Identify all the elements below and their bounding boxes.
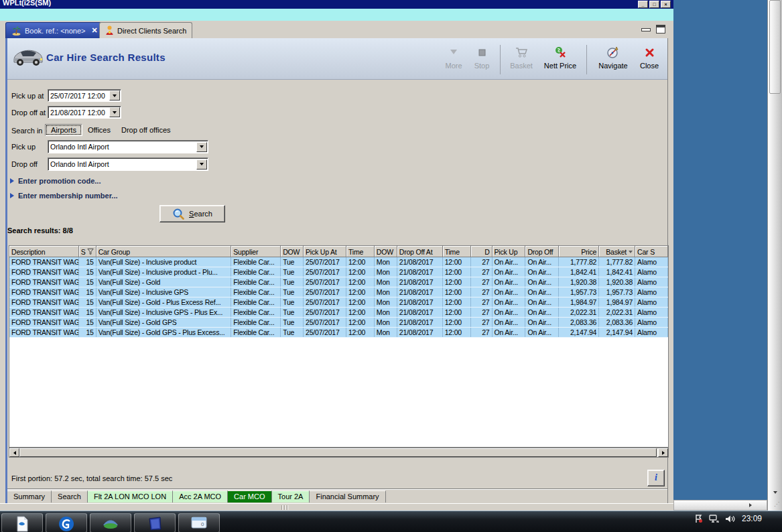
right-scrollbar[interactable]: ⋰ xyxy=(767,0,782,511)
mdi-restore-icon[interactable] xyxy=(656,25,665,34)
cell: 12:00 xyxy=(443,328,471,337)
cell: Van(Full Size) - Gold GPS - Plus Excess.… xyxy=(96,328,232,337)
cell: 12:00 xyxy=(443,318,471,327)
column-header-description[interactable]: Description xyxy=(9,246,79,257)
tab-booking-ref[interactable]: Book. ref.: <none> ✕ xyxy=(5,22,104,38)
bottom-tab-car-mco[interactable]: Car MCO xyxy=(228,490,271,503)
navigate-button[interactable]: Navigate xyxy=(592,42,634,70)
taskbar-button-g-app[interactable] xyxy=(46,513,87,532)
column-header-basket[interactable]: Basket xyxy=(599,246,635,257)
nett-price-icon xyxy=(553,45,567,60)
column-header-dow[interactable]: DOW xyxy=(281,246,304,257)
column-header-time[interactable]: Time xyxy=(443,246,471,257)
column-header-dow[interactable]: DOW xyxy=(375,246,397,257)
toolbar-separator xyxy=(586,45,587,74)
cell: 25/07/2017 xyxy=(304,277,346,287)
cell: On Air... xyxy=(493,287,526,297)
cell: Tue xyxy=(281,277,304,287)
bottom-tab-financial-summary[interactable]: Financial Summary xyxy=(310,490,385,503)
column-header-s[interactable]: S xyxy=(79,246,96,257)
bottom-tab-tour-2a[interactable]: Tour 2A xyxy=(272,490,310,503)
column-header-drop-off-at[interactable]: Drop Off At xyxy=(397,246,443,257)
table-row[interactable]: FORD TRANSIT WAG...15Van(Full Size) - Go… xyxy=(9,318,668,328)
table-row[interactable]: FORD TRANSIT WAG...15Van(Full Size) - Go… xyxy=(9,297,668,308)
search-in-option-offices[interactable]: Offices xyxy=(82,125,116,135)
search-button[interactable]: Search xyxy=(159,205,225,222)
scroll-left-icon[interactable] xyxy=(9,448,19,457)
taskbar-button-folder[interactable] xyxy=(134,513,176,532)
column-header-car-group[interactable]: Car Group xyxy=(96,246,232,257)
column-header-d[interactable]: D xyxy=(471,246,493,257)
minimize-icon[interactable]: _ xyxy=(638,1,648,8)
pickup-value: Orlando Intl Airport xyxy=(48,143,196,151)
column-header-pick-up[interactable]: Pick Up xyxy=(493,246,526,257)
pickup-dropdown-icon[interactable] xyxy=(196,142,207,152)
table-row[interactable]: FORD TRANSIT WAG...15Van(Full Size) - Go… xyxy=(9,328,668,338)
table-row[interactable]: FORD TRANSIT WAG...15Van(Full Size) - In… xyxy=(9,267,668,277)
scroll-thumb[interactable] xyxy=(19,448,657,457)
table-row[interactable]: FORD TRANSIT WAG...15Van(Full Size) - In… xyxy=(9,287,668,297)
table-row[interactable]: FORD TRANSIT WAG...15Van(Full Size) - In… xyxy=(9,257,668,267)
column-header-car-s[interactable]: Car S xyxy=(635,246,668,257)
cell: On Air... xyxy=(493,277,526,287)
column-header-drop-off[interactable]: Drop Off xyxy=(525,246,559,257)
cell: On Air... xyxy=(525,287,559,297)
column-header-supplier[interactable]: Supplier xyxy=(231,246,281,257)
filter-funnel-icon xyxy=(87,248,94,255)
dropoff-at-field[interactable]: 21/08/2017 12:00 xyxy=(48,106,121,119)
mdi-minimize-icon[interactable] xyxy=(641,28,651,31)
scroll-down-icon[interactable] xyxy=(770,486,780,498)
nett-price-button[interactable]: Nett Price xyxy=(539,42,581,70)
splitter-grip-icon[interactable] xyxy=(281,505,288,510)
pickup-at-field[interactable]: 25/07/2017 12:00 xyxy=(48,89,121,102)
column-header-pick-up-at[interactable]: Pick Up At xyxy=(304,246,346,257)
column-header-time[interactable]: Time xyxy=(346,246,375,257)
bottom-tab-summary[interactable]: Summary xyxy=(7,490,52,503)
cell: 12:00 xyxy=(346,328,375,337)
network-icon[interactable] xyxy=(709,515,719,523)
taskbar-button-picture[interactable] xyxy=(90,513,131,532)
pickup-at-dropdown-icon[interactable] xyxy=(109,90,120,101)
column-header-price[interactable]: Price xyxy=(559,246,599,257)
taskbar-clock[interactable]: 23:09 xyxy=(742,514,762,523)
maximize-icon[interactable]: □ xyxy=(649,1,659,8)
expander-arrow-icon xyxy=(10,178,14,184)
search-in-option-drop-off-offices[interactable]: Drop off offices xyxy=(116,125,176,135)
action-center-flag-icon[interactable] xyxy=(694,514,703,523)
dropoff-field[interactable]: Orlando Intl Airport xyxy=(48,157,208,171)
bottom-scrollbar[interactable] xyxy=(0,503,673,511)
app-window: WPLt(i2S(SM) _ □ × Book. ref.: <none> ✕ xyxy=(0,0,673,511)
cell: Mon xyxy=(375,277,397,287)
taskbar-button-document[interactable] xyxy=(1,513,43,532)
right-scroll-thumb[interactable] xyxy=(769,0,781,94)
car-icon xyxy=(11,45,44,68)
close-button[interactable]: Close xyxy=(637,42,662,70)
close-window-icon[interactable]: × xyxy=(661,1,671,8)
cell: 15 xyxy=(79,308,96,317)
dropoff-at-dropdown-icon[interactable] xyxy=(109,107,120,117)
scroll-right-icon[interactable] xyxy=(749,503,752,507)
taskbar: 0 23:09 xyxy=(0,511,782,532)
tab-close-icon[interactable]: ✕ xyxy=(92,26,98,35)
tab-direct-clients-search[interactable]: Direct Clients Search xyxy=(99,22,192,38)
cell: 15 xyxy=(79,328,96,337)
bottom-tab-acc-2a-mco[interactable]: Acc 2A MCO xyxy=(173,490,228,503)
promotion-code-expander[interactable]: Enter promotion code... xyxy=(10,177,101,185)
pickup-field[interactable]: Orlando Intl Airport xyxy=(48,140,208,153)
table-row[interactable]: FORD TRANSIT WAG...15Van(Full Size) - Go… xyxy=(9,277,668,287)
dropoff-dropdown-icon[interactable] xyxy=(196,159,207,170)
membership-number-expander[interactable]: Enter membership number... xyxy=(10,192,118,200)
bottom-tab-flt-2a-lon-mco-lon[interactable]: Flt 2A LON MCO LON xyxy=(88,490,173,503)
background-hscrollbar[interactable] xyxy=(673,500,767,511)
divider xyxy=(7,488,667,490)
grid-hscrollbar[interactable] xyxy=(9,448,669,458)
cell: 25/07/2017 xyxy=(304,267,346,277)
taskbar-button-window[interactable]: 0 xyxy=(178,513,220,532)
table-row[interactable]: FORD TRANSIT WAG...15Van(Full Size) - In… xyxy=(9,308,668,318)
cell: 21/08/2017 xyxy=(397,308,443,317)
info-button[interactable]: i xyxy=(647,470,665,486)
scroll-right-icon[interactable] xyxy=(658,448,668,457)
speaker-icon[interactable] xyxy=(725,515,735,523)
bottom-tab-search[interactable]: Search xyxy=(52,490,88,503)
search-in-option-airports[interactable]: Airports xyxy=(45,124,82,136)
